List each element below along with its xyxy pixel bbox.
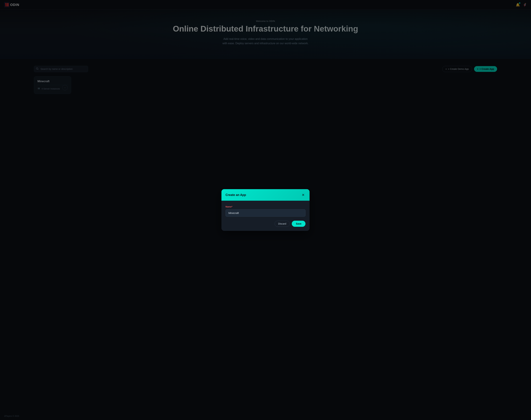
required-asterisk: * [231, 205, 232, 208]
discard-label: Discard [278, 222, 286, 225]
save-label: Save [296, 222, 301, 225]
modal-header: Create an App ✕ [221, 189, 310, 201]
modal-close-button[interactable]: ✕ [301, 193, 306, 197]
discard-button[interactable]: Discard [275, 221, 290, 227]
modal-overlay[interactable]: Create an App ✕ Name* Discard Save [0, 0, 531, 420]
create-app-modal: Create an App ✕ Name* Discard Save [221, 189, 310, 231]
close-icon: ✕ [302, 193, 305, 197]
name-label: Name* [225, 205, 306, 208]
modal-title: Create an App [225, 193, 246, 197]
modal-footer: Discard Save [225, 221, 306, 227]
save-button[interactable]: Save [292, 221, 306, 227]
modal-body: Name* Discard Save [221, 201, 310, 231]
app-name-input[interactable] [225, 209, 306, 217]
